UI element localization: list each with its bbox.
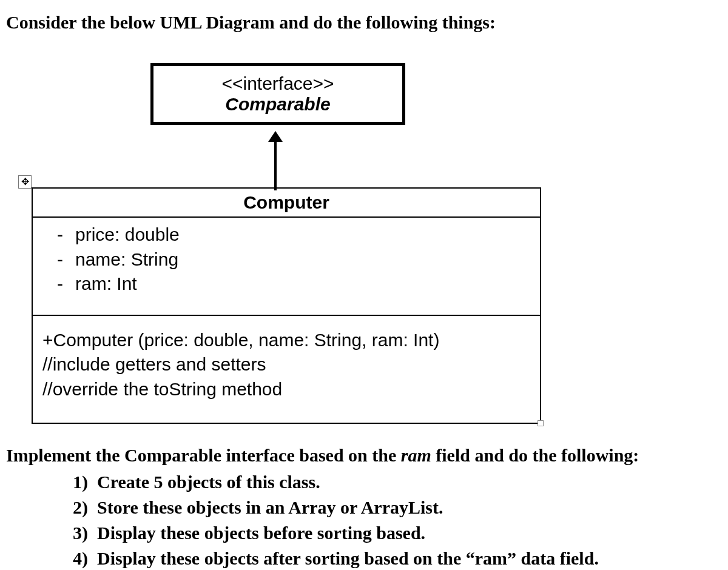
visibility-marker: - <box>45 247 75 272</box>
interface-stereotype: <<interface>> <box>153 73 402 94</box>
list-item: 2)Store these objects in an Array or Arr… <box>73 495 722 520</box>
class-attributes: - price: double - name: String - ram: In… <box>33 218 540 316</box>
attribute-text: ram: Int <box>75 272 137 297</box>
list-number: 4) <box>73 546 97 570</box>
method-line: +Computer (price: double, name: String, … <box>42 328 530 353</box>
list-number: 2) <box>73 495 97 520</box>
list-item-text: Display these objects before sorting bas… <box>97 523 425 543</box>
list-number: 1) <box>73 469 97 495</box>
instructions-lead: Implement the Comparable interface based… <box>6 445 722 466</box>
list-item: 1)Create 5 objects of this class. <box>73 469 722 495</box>
lead-text-pre: Implement the Comparable interface based… <box>6 445 401 465</box>
visibility-marker: - <box>45 223 75 247</box>
attribute-text: name: String <box>75 247 178 272</box>
list-item-text: Display these objects after sorting base… <box>97 548 599 568</box>
uml-diagram: <<interface>> Comparable ✥ Computer - pr… <box>6 51 722 439</box>
instructions-list: 1)Create 5 objects of this class. 2)Stor… <box>6 469 722 570</box>
list-item: 3)Display these objects before sorting b… <box>73 520 722 546</box>
attribute-text: price: double <box>75 223 180 247</box>
list-item-text: Store these objects in an Array or Array… <box>97 497 443 517</box>
method-line: //include getters and setters <box>42 352 530 377</box>
method-line: //override the toString method <box>42 377 530 402</box>
resize-handle-icon <box>538 420 544 426</box>
realization-arrow <box>268 131 283 190</box>
interface-name: Comparable <box>153 94 402 115</box>
class-methods: +Computer (price: double, name: String, … <box>33 316 540 423</box>
visibility-marker: - <box>45 272 75 297</box>
attribute-row: - price: double <box>45 223 528 247</box>
list-number: 3) <box>73 520 97 546</box>
uml-class-box: Computer - price: double - name: String … <box>32 187 541 424</box>
attribute-row: - name: String <box>45 247 528 272</box>
lead-text-post: field and do the following: <box>431 445 639 465</box>
instructions-section: Implement the Comparable interface based… <box>6 445 722 570</box>
uml-interface-box: <<interface>> Comparable <box>150 63 405 125</box>
page-heading: Consider the below UML Diagram and do th… <box>6 12 722 33</box>
list-item: 4)Display these objects after sorting ba… <box>73 546 722 570</box>
lead-text-em: ram <box>401 445 431 465</box>
class-name: Computer <box>33 189 540 218</box>
arrow-line-icon <box>274 142 277 190</box>
arrow-head-icon <box>268 131 283 142</box>
move-handle-icon: ✥ <box>18 175 32 189</box>
attribute-row: - ram: Int <box>45 272 528 297</box>
list-item-text: Create 5 objects of this class. <box>97 472 320 492</box>
